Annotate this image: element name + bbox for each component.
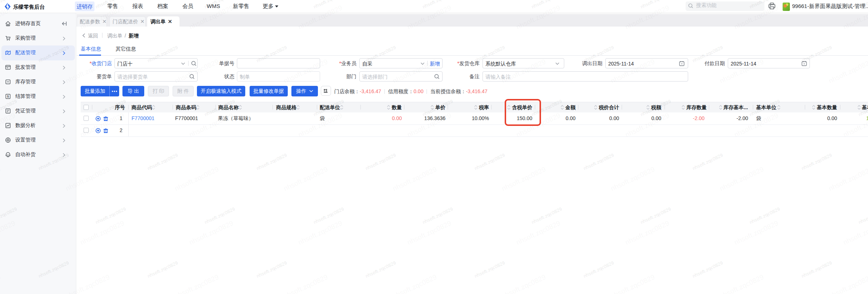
svg-text:$: $	[7, 94, 9, 98]
